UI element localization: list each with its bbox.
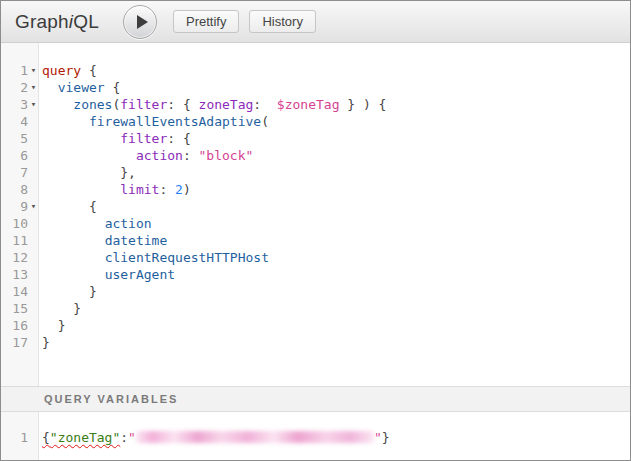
code-text: limit: 2) [39,181,191,198]
code-text: userAgent [39,266,175,283]
token [42,182,120,197]
variables-code-line: 1{"zoneTag":""} [1,429,630,446]
line-number: 13 [1,266,28,283]
line-number: 11 [1,232,28,249]
token: zones [73,97,112,112]
fold-spacer [28,249,39,266]
play-triangle-icon [137,15,148,29]
code-line[interactable]: 15 } [1,300,630,317]
token: { [105,80,121,95]
fold-arrow-icon[interactable]: ▾ [28,79,39,96]
prettify-button[interactable]: Prettify [173,10,239,33]
variables-editor[interactable]: 1{"zoneTag":""} [1,412,630,460]
fold-arrow-icon[interactable]: ▾ [28,62,39,79]
token: } ) { [339,97,386,112]
code-line[interactable]: 2▾ viewer { [1,79,630,96]
line-number: 12 [1,249,28,266]
token: firewallEventsAdaptive [89,114,261,129]
token: zoneTag [199,97,254,112]
fold-spacer [28,113,39,130]
code-line[interactable]: 4 firewallEventsAdaptive( [1,113,630,130]
token: action [105,216,152,231]
fold-spacer [28,232,39,249]
token: limit [120,182,159,197]
token: : { [167,97,198,112]
code-line[interactable]: 16 } [1,317,630,334]
token: } [42,284,97,299]
fold-spacer [28,317,39,334]
graphiql-window: GraphiQL Prettify History 1▾query {2▾ vi… [0,0,631,461]
code-text: } [39,317,65,334]
fold-spacer [28,429,39,446]
token: clientRequestHTTPHost [105,250,269,265]
code-line[interactable]: 6 action: "block" [1,147,630,164]
query-editor[interactable]: 1▾query {2▾ viewer {3▾ zones(filter: { z… [1,43,630,386]
token: $zoneTag [277,97,340,112]
token: query [42,63,81,78]
token [42,267,105,282]
fold-spacer [28,164,39,181]
code-line[interactable]: 10 action [1,215,630,232]
lint-error-underline: {"zoneTag" [42,430,120,445]
token: filter [120,131,167,146]
code-line[interactable]: 7 }, [1,164,630,181]
variables-title-bar[interactable]: QUERY VARIABLES [1,386,630,412]
code-line[interactable]: 3▾ zones(filter: { zoneTag: $zoneTag } )… [1,96,630,113]
token: { [42,199,97,214]
token: ) [183,182,191,197]
line-number: 15 [1,300,28,317]
history-button[interactable]: History [249,10,315,33]
token: viewer [58,80,105,95]
token: " [374,430,382,445]
fold-arrow-icon[interactable]: ▾ [28,96,39,113]
token [42,97,73,112]
code-text: firewallEventsAdaptive( [39,113,269,130]
token: action [136,148,183,163]
line-number: 1 [1,62,28,79]
code-line[interactable]: 1{"zoneTag":""} [1,429,630,446]
code-line[interactable]: 5 filter: { [1,130,630,147]
code-line[interactable]: 12 clientRequestHTTPHost [1,249,630,266]
fold-spacer [28,283,39,300]
line-number: 4 [1,113,28,130]
code-line[interactable]: 14 } [1,283,630,300]
token: 2 [175,182,183,197]
token: : [120,430,128,445]
code-line[interactable]: 1▾query { [1,62,630,79]
fold-spacer [28,266,39,283]
line-number: 5 [1,130,28,147]
line-number: 2 [1,79,28,96]
fold-arrow-icon[interactable]: ▾ [28,198,39,215]
token: : [159,182,175,197]
token: "zoneTag" [50,430,120,445]
execute-button[interactable] [123,5,157,39]
code-text: zones(filter: { zoneTag: $zoneTag } ) { [39,96,386,113]
line-number: 3 [1,96,28,113]
line-number: 17 [1,334,28,351]
token [42,233,105,248]
code-line[interactable]: 11 datetime [1,232,630,249]
code-line[interactable]: 9▾ { [1,198,630,215]
token: userAgent [105,267,175,282]
code-text: viewer { [39,79,120,96]
fold-spacer [28,181,39,198]
logo-text: Graph [15,11,69,32]
line-number: 16 [1,317,28,334]
code-line[interactable]: 13 userAgent [1,266,630,283]
token [42,216,105,231]
token: } [42,301,81,316]
token: ( [261,114,269,129]
code-text: }, [39,164,136,181]
token [42,250,105,265]
redacted-value [136,431,374,443]
code-line[interactable]: 17} [1,334,630,351]
code-line[interactable]: 8 limit: 2) [1,181,630,198]
variables-title: QUERY VARIABLES [44,393,178,405]
code-text: datetime [39,232,167,249]
line-number: 10 [1,215,28,232]
token: }, [42,165,136,180]
line-number: 1 [1,429,28,446]
code-text: filter: { [39,130,191,147]
code-text: } [39,334,50,351]
app-logo: GraphiQL [15,11,109,33]
